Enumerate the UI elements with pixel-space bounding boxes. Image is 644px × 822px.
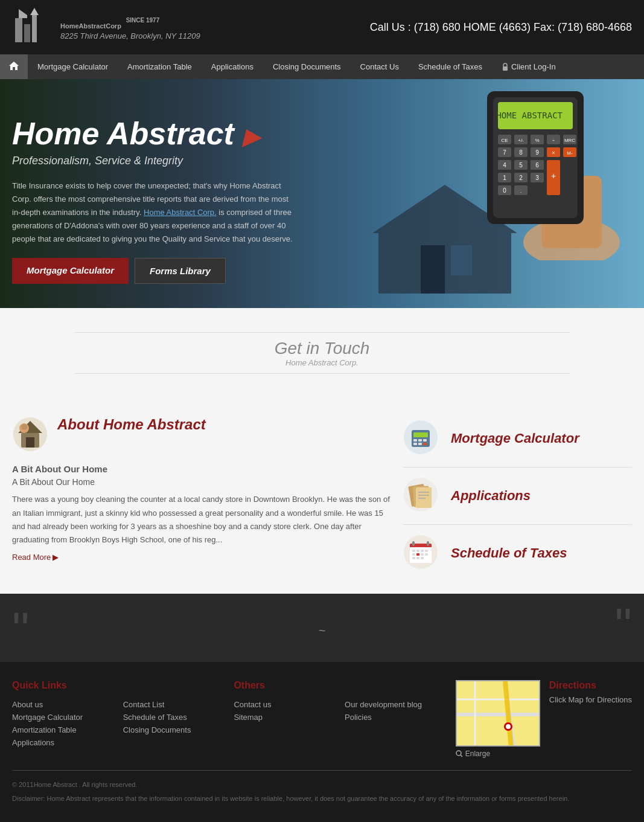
hero-link[interactable]: Home Abstract Corp. — [144, 208, 217, 217]
nav-contact-us[interactable]: Contact Us — [351, 56, 409, 77]
footer-others: Others Contact us Sitemap — [234, 680, 333, 758]
about-section: About Home Abstract A Bit About Our Home… — [12, 410, 391, 568]
lock-icon — [502, 63, 509, 71]
section-divider-left — [74, 332, 570, 333]
svg-text:M-: M- — [567, 150, 573, 156]
svg-rect-2 — [24, 24, 30, 42]
footer-others-col2: _ Our development blog Policies — [345, 680, 444, 758]
nav-home[interactable] — [0, 54, 28, 79]
phone-info: Call Us : (718) 680 HOME (4663) Fax: (71… — [370, 21, 632, 34]
svg-rect-89 — [421, 553, 424, 556]
footer-bottom: © 2011Home Abstract . All rights reserve… — [12, 770, 632, 804]
calculator-hand: HOME ABSTRACT CE +/- % ÷ MRC 7 8 9 × M- — [451, 85, 632, 260]
schedule-title[interactable]: Schedule of Taxes — [451, 545, 567, 561]
svg-point-61 — [21, 424, 27, 430]
svg-text:1: 1 — [503, 175, 506, 181]
footer-link-applications[interactable]: Applications — [12, 738, 111, 747]
about-body: There was a young boy cleaning the count… — [12, 493, 391, 546]
svg-point-102 — [456, 751, 461, 756]
svg-rect-74 — [416, 487, 432, 508]
map-container: Enlarge — [456, 680, 540, 758]
svg-rect-85 — [421, 550, 424, 552]
svg-text:2: 2 — [519, 175, 523, 181]
footer-link-dev-blog[interactable]: Our development blog — [345, 700, 444, 709]
quote-mark-right: " — [615, 602, 632, 650]
nav-closing-documents[interactable]: Closing Documents — [263, 56, 351, 77]
svg-rect-68 — [413, 443, 417, 445]
right-link-schedule: Schedule of Taxes — [403, 525, 632, 582]
get-in-touch-subtitle: Home Abstract Corp. — [12, 358, 632, 367]
get-in-touch-heading: Get in Touch — [12, 339, 632, 358]
map-svg — [457, 681, 540, 747]
right-link-applications: Applications — [403, 467, 632, 525]
svg-rect-87 — [412, 553, 415, 556]
footer-col2-heading: _ — [123, 680, 222, 691]
forms-library-button[interactable]: Forms Library — [135, 258, 226, 284]
home-icon — [8, 60, 19, 71]
enlarge-button[interactable]: Enlarge — [456, 750, 540, 758]
footer-columns: Quick Links About us Mortgage Calculator… — [12, 680, 632, 758]
footer-link-contact-list[interactable]: Contact List — [123, 700, 222, 709]
left-column: About Home Abstract A Bit About Our Home… — [12, 410, 391, 582]
footer-map-directions: Enlarge Directions Click Map for Directi… — [456, 680, 632, 758]
svg-text:+/-: +/- — [518, 138, 524, 143]
svg-text:HOME ABSTRACT: HOME ABSTRACT — [496, 111, 563, 120]
svg-rect-59 — [26, 437, 34, 448]
svg-rect-4 — [32, 15, 37, 42]
svg-text:%: % — [535, 138, 539, 143]
footer-link-policies[interactable]: Policies — [345, 713, 444, 722]
svg-rect-64 — [413, 432, 428, 437]
footer-link-mortgage[interactable]: Mortgage Calculator — [12, 713, 111, 722]
footer-link-closing[interactable]: Closing Documents — [123, 725, 222, 734]
footer-link-contact-us[interactable]: Contact us — [234, 700, 333, 709]
svg-rect-81 — [412, 541, 415, 546]
svg-text:0: 0 — [503, 187, 506, 194]
svg-text:5: 5 — [519, 162, 523, 169]
quick-links-heading: Quick Links — [12, 680, 111, 691]
read-more-link[interactable]: Read More ▶ — [12, 553, 59, 562]
svg-rect-90 — [425, 553, 428, 556]
directions-link[interactable]: Click Map for Directions — [549, 695, 632, 704]
svg-text:9: 9 — [535, 149, 539, 156]
svg-text:7: 7 — [503, 149, 506, 156]
right-link-mortgage: Mortgage Calculator — [403, 410, 632, 467]
header: HomeAbstractCorp SINCE 1977 8225 Third A… — [0, 0, 644, 54]
svg-rect-92 — [416, 557, 419, 559]
svg-rect-88 — [416, 553, 419, 556]
quote-tilde: ~ — [36, 624, 608, 638]
svg-rect-86 — [425, 550, 428, 552]
main-content: About Home Abstract A Bit About Our Home… — [0, 398, 644, 594]
nav-schedule-of-taxes[interactable]: Schedule of Taxes — [409, 56, 492, 77]
svg-text:8: 8 — [519, 149, 523, 156]
mortgage-calculator-button[interactable]: Mortgage Calculator — [12, 258, 129, 284]
svg-rect-69 — [418, 443, 422, 445]
nav-client-login[interactable]: Client Log-In — [492, 56, 566, 77]
logo-area: HomeAbstractCorp SINCE 1977 8225 Third A… — [12, 6, 200, 48]
footer-col2: _ Contact List Schedule of Taxes Closing… — [123, 680, 222, 758]
nav-mortgage-calculator[interactable]: Mortgage Calculator — [28, 56, 118, 77]
copyright: © 2011Home Abstract . All rights reserve… — [12, 780, 632, 791]
svg-text:6: 6 — [535, 162, 539, 169]
svg-text:CE: CE — [501, 138, 508, 143]
mortgage-calc-title[interactable]: Mortgage Calculator — [451, 431, 579, 446]
quote-section: " " ~ — [0, 594, 644, 662]
footer-link-about[interactable]: About us — [12, 700, 111, 709]
applications-icon — [403, 477, 439, 515]
nav-applications[interactable]: Applications — [202, 56, 263, 77]
svg-rect-84 — [416, 550, 419, 552]
about-subtitle2: A Bit About Our Home — [12, 477, 391, 487]
footer-quick-links: Quick Links About us Mortgage Calculator… — [12, 680, 111, 758]
nav-amortization-table[interactable]: Amortization Table — [118, 56, 202, 77]
svg-rect-9 — [421, 245, 445, 294]
svg-rect-65 — [413, 439, 417, 442]
hero-body: Title Insurance exists to help cover the… — [12, 179, 296, 246]
svg-rect-91 — [412, 557, 415, 559]
svg-rect-1 — [15, 18, 22, 42]
footer-link-schedule-taxes[interactable]: Schedule of Taxes — [123, 713, 222, 722]
svg-text:.: . — [520, 188, 522, 194]
right-column: Mortgage Calculator Applications — [403, 410, 632, 582]
svg-rect-82 — [427, 541, 429, 546]
footer-link-sitemap[interactable]: Sitemap — [234, 713, 333, 722]
applications-title[interactable]: Applications — [451, 488, 531, 504]
footer-link-amortization[interactable]: Amortization Table — [12, 725, 111, 734]
